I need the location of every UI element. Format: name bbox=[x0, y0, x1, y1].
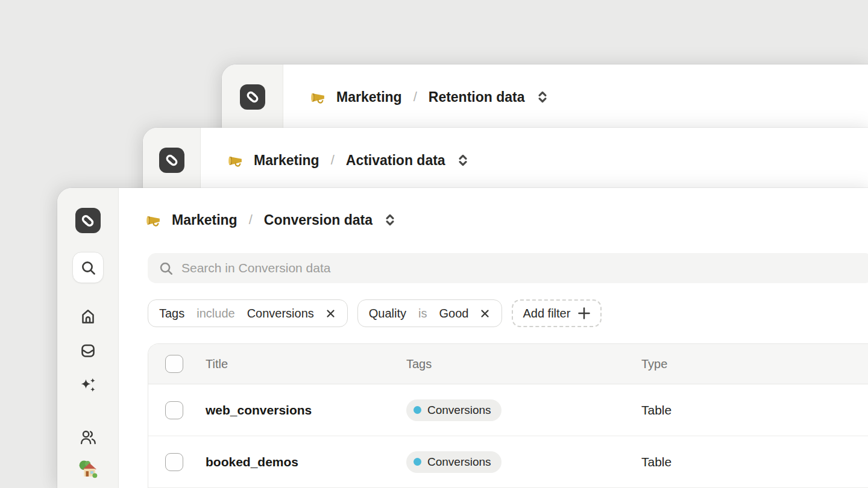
sidebar-item-ai[interactable] bbox=[80, 377, 96, 394]
breadcrumb-workspace[interactable]: Marketing bbox=[172, 212, 237, 228]
sidebar-item-workspace-home[interactable] bbox=[78, 458, 98, 479]
search-icon bbox=[158, 260, 174, 276]
breadcrumb-workspace[interactable]: Marketing bbox=[336, 89, 402, 105]
breadcrumb-separator: / bbox=[414, 89, 417, 105]
breadcrumb-separator: / bbox=[331, 152, 335, 168]
sidebar-item-inbox[interactable] bbox=[80, 342, 96, 359]
filter-operator: include bbox=[197, 307, 234, 321]
app-logo[interactable] bbox=[240, 84, 265, 110]
row-checkbox-cell bbox=[148, 453, 206, 471]
breadcrumb-workspace[interactable]: Marketing bbox=[254, 152, 319, 169]
sparkles-icon bbox=[80, 377, 96, 394]
row-type: Table bbox=[641, 403, 868, 418]
house-with-garden-icon bbox=[78, 459, 98, 479]
filter-operator: is bbox=[418, 307, 427, 321]
breadcrumb-page[interactable]: Retention data bbox=[429, 89, 525, 105]
inbox-icon bbox=[80, 342, 96, 359]
s-knot-logo-icon bbox=[163, 151, 181, 169]
select-all-checkbox[interactable] bbox=[165, 355, 183, 373]
row-checkbox-cell bbox=[148, 401, 206, 419]
chevron-up-down-icon[interactable] bbox=[382, 211, 398, 229]
search-icon bbox=[80, 259, 96, 276]
s-knot-logo-icon bbox=[244, 88, 262, 106]
tag-badge: Conversions bbox=[406, 399, 502, 421]
table-header-row: Title Tags Type bbox=[148, 344, 868, 384]
s-knot-logo-icon bbox=[78, 211, 97, 230]
tag-dot bbox=[414, 406, 421, 414]
search-input[interactable] bbox=[181, 261, 868, 275]
row-checkbox[interactable] bbox=[165, 401, 183, 419]
app-logo[interactable] bbox=[159, 148, 184, 173]
search-bar[interactable] bbox=[148, 253, 868, 283]
row-tags-cell: Conversions bbox=[406, 451, 641, 473]
column-header-title[interactable]: Title bbox=[206, 357, 406, 371]
add-filter-button[interactable]: Add filter bbox=[512, 299, 602, 327]
filter-field: Quality bbox=[369, 307, 406, 321]
megaphone-icon bbox=[228, 152, 245, 169]
home-icon bbox=[80, 307, 96, 324]
window-conversion-data: Marketing / Conversion data Tags include… bbox=[57, 188, 868, 488]
window-content: Marketing / Conversion data Tags include… bbox=[119, 188, 868, 488]
table-row[interactable]: web_conversions Conversions Table bbox=[148, 384, 868, 436]
chevron-up-down-icon[interactable] bbox=[535, 88, 550, 106]
row-type: Table bbox=[641, 455, 868, 469]
tag-dot bbox=[414, 458, 421, 466]
header-checkbox-cell bbox=[148, 355, 206, 373]
people-icon bbox=[80, 428, 96, 446]
column-header-type[interactable]: Type bbox=[641, 357, 868, 371]
breadcrumb: Marketing / Retention data bbox=[283, 64, 868, 130]
breadcrumb-separator: / bbox=[249, 212, 253, 228]
tag-label: Conversions bbox=[427, 455, 491, 469]
row-tags-cell: Conversions bbox=[406, 399, 641, 421]
breadcrumb: Marketing / Activation data bbox=[201, 128, 868, 193]
row-title[interactable]: booked_demos bbox=[206, 455, 406, 469]
table-row[interactable]: booked_demos Conversions Table bbox=[148, 436, 868, 488]
filter-field: Tags bbox=[159, 307, 184, 321]
sidebar-item-members[interactable] bbox=[80, 428, 96, 445]
filter-chip-tags[interactable]: Tags include Conversions bbox=[148, 299, 348, 327]
app-sidebar bbox=[57, 188, 119, 488]
remove-filter-icon[interactable] bbox=[479, 308, 491, 319]
column-header-tags[interactable]: Tags bbox=[406, 357, 641, 371]
filter-bar: Tags include Conversions Quality is Good… bbox=[148, 299, 868, 327]
add-filter-label: Add filter bbox=[523, 307, 570, 321]
breadcrumb-page[interactable]: Activation data bbox=[346, 152, 445, 169]
data-table: Title Tags Type web_conversions Conversi… bbox=[148, 343, 868, 488]
remove-filter-icon[interactable] bbox=[325, 308, 336, 319]
tag-label: Conversions bbox=[427, 404, 491, 417]
row-checkbox[interactable] bbox=[165, 453, 183, 471]
sidebar-item-home[interactable] bbox=[80, 307, 96, 324]
filter-chip-quality[interactable]: Quality is Good bbox=[357, 299, 503, 327]
tag-badge: Conversions bbox=[406, 451, 502, 473]
sidebar-search-button[interactable] bbox=[72, 252, 104, 283]
chevron-up-down-icon[interactable] bbox=[455, 151, 471, 169]
app-logo[interactable] bbox=[75, 208, 101, 233]
breadcrumb-page[interactable]: Conversion data bbox=[264, 212, 373, 228]
filter-value: Conversions bbox=[247, 307, 314, 321]
breadcrumb: Marketing / Conversion data bbox=[119, 188, 868, 252]
row-title[interactable]: web_conversions bbox=[206, 403, 406, 418]
plus-icon bbox=[577, 307, 591, 320]
filter-value: Good bbox=[439, 307, 469, 321]
megaphone-icon bbox=[311, 89, 328, 105]
megaphone-icon bbox=[146, 211, 163, 228]
